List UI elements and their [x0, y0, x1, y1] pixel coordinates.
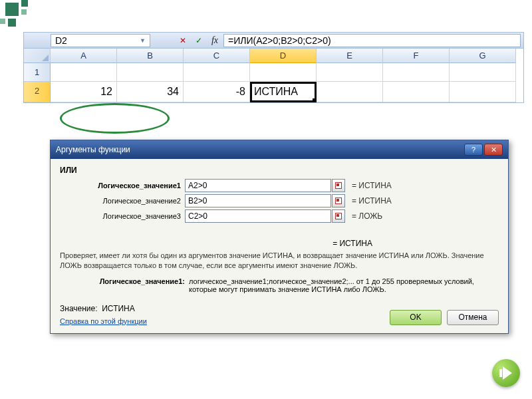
cancel-button[interactable]: Отмена	[447, 310, 499, 325]
col-header-F[interactable]: F	[383, 49, 450, 63]
collapse-dialog-icon-2[interactable]	[332, 194, 345, 207]
cancel-formula-icon[interactable]: ✕	[177, 35, 189, 47]
name-box[interactable]: D2 ▼	[51, 34, 150, 47]
cell-E2[interactable]	[317, 82, 383, 102]
argument-description: Логическое_значение1: логическое_значени…	[60, 277, 499, 293]
formula-input[interactable]: =ИЛИ(A2>0;B2>0;C2>0)	[223, 34, 521, 47]
cell-G2[interactable]	[450, 82, 516, 102]
row-header-1[interactable]: 1	[24, 63, 51, 82]
collapse-dialog-icon-1[interactable]	[332, 179, 345, 192]
arg-label-1: Логическое_значение1	[60, 182, 185, 190]
cell-D2[interactable]: ИСТИНА	[250, 82, 317, 102]
col-header-E[interactable]: E	[317, 49, 383, 63]
formula-bar-row: D2 ▼ ✕ ✓ fx =ИЛИ(A2>0;B2>0;C2>0)	[24, 33, 523, 49]
cell-B1[interactable]	[117, 63, 184, 82]
arg-desc-label: Логическое_значение1:	[60, 277, 189, 293]
arg-row-1: Логическое_значение1 = ИСТИНА	[60, 179, 499, 192]
name-box-value: D2	[55, 35, 67, 46]
cell-F1[interactable]	[383, 63, 450, 82]
cell-B2[interactable]: 34	[117, 82, 184, 102]
cell-G1[interactable]	[450, 63, 516, 82]
dialog-title: Аргументы функции	[56, 145, 130, 154]
ok-button[interactable]: OK	[390, 310, 442, 325]
function-arguments-dialog: Аргументы функции ? ✕ ИЛИ Логическое_зна…	[50, 140, 509, 334]
arg-desc-text: логическое_значение1;логическое_значение…	[189, 277, 499, 293]
arg-label-2: Логическое_значение2	[60, 197, 185, 205]
row-header-2[interactable]: 2	[24, 82, 51, 102]
collapse-dialog-icon-3[interactable]	[332, 209, 345, 223]
arg-label-3: Логическое_значение3	[60, 212, 185, 220]
function-help-link[interactable]: Справка по этой функции	[60, 317, 147, 325]
formula-controls: ✕ ✓ fx	[177, 35, 221, 47]
cell-D1[interactable]	[250, 63, 317, 82]
function-description: Проверяет, имеет ли хотя бы один из аргу…	[60, 251, 499, 271]
arg-input-1[interactable]	[185, 179, 331, 192]
cell-F2[interactable]	[383, 82, 450, 102]
cell-E1[interactable]	[317, 63, 383, 82]
dialog-body: ИЛИ Логическое_значение1 = ИСТИНА Логиче…	[51, 159, 508, 299]
arg-input-3[interactable]	[185, 209, 331, 223]
arg-result-1: = ИСТИНА	[352, 181, 392, 190]
col-header-A[interactable]: A	[51, 49, 117, 63]
accept-formula-icon[interactable]: ✓	[193, 35, 205, 47]
fx-icon[interactable]: fx	[209, 35, 221, 47]
dialog-footer: Значение: ИСТИНА Справка по этой функции…	[51, 299, 508, 333]
annotation-oval	[60, 103, 170, 134]
spreadsheet: D2 ▼ ✕ ✓ fx =ИЛИ(A2>0;B2>0;C2>0) A B C D…	[23, 32, 524, 103]
cell-A2[interactable]: 12	[51, 82, 117, 102]
col-header-G[interactable]: G	[450, 49, 516, 63]
arg-row-3: Логическое_значение3 = ЛОЖЬ	[60, 209, 499, 223]
col-header-D[interactable]: D	[250, 49, 317, 63]
dialog-titlebar[interactable]: Аргументы функции ? ✕	[51, 140, 508, 159]
cell-C1[interactable]	[184, 63, 250, 82]
close-button[interactable]: ✕	[484, 144, 503, 156]
col-header-C[interactable]: C	[184, 49, 250, 63]
cell-C2[interactable]: -8	[184, 82, 250, 102]
help-button[interactable]: ?	[464, 144, 483, 156]
arg-result-2: = ИСТИНА	[352, 196, 392, 205]
arg-input-2[interactable]	[185, 194, 331, 207]
select-all-corner[interactable]	[24, 49, 51, 63]
next-slide-arrow-icon[interactable]	[492, 359, 520, 387]
grid: A B C D E F G 1 2 12 34 -8 ИСТИНА	[24, 49, 523, 102]
name-box-dropdown-icon[interactable]: ▼	[140, 37, 146, 44]
value-line: Значение: ИСТИНА	[60, 304, 147, 313]
arg-row-2: Логическое_значение2 = ИСТИНА	[60, 194, 499, 207]
arg-result-3: = ЛОЖЬ	[352, 211, 382, 221]
function-name: ИЛИ	[60, 166, 499, 175]
col-header-B[interactable]: B	[117, 49, 184, 63]
cell-A1[interactable]	[51, 63, 117, 82]
overall-result: = ИСТИНА	[60, 239, 499, 248]
